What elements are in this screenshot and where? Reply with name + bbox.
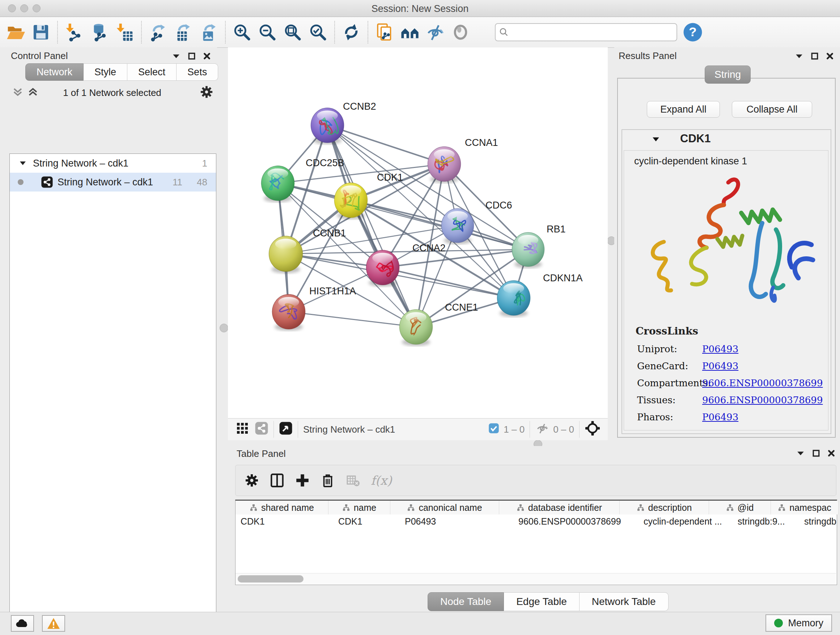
panel-menu-icon[interactable] (172, 53, 180, 59)
node-label-HIST1H1A: HIST1H1A (309, 286, 356, 296)
crosslink-row: GeneCard:P06493 (637, 361, 827, 371)
gene-collapse-triangle-icon[interactable] (652, 136, 660, 142)
table-horizontal-scrollbar[interactable] (235, 573, 836, 584)
tab-network-table[interactable]: Network Table (579, 592, 668, 611)
column-header-canonical-name[interactable]: canonical name (390, 501, 499, 515)
export-image-icon[interactable] (198, 22, 219, 43)
tab-string[interactable]: String (705, 65, 751, 84)
zoom-in-icon[interactable] (232, 22, 253, 43)
network-node-CDKN1A[interactable]: CDKN1A (497, 272, 583, 317)
search-input[interactable] (512, 27, 669, 38)
network-row[interactable]: String Network – cdk1 11 48 (10, 173, 216, 192)
svg-text:?: ? (689, 25, 697, 39)
expand-all-networks-icon[interactable] (27, 87, 38, 99)
tab-network[interactable]: Network (25, 63, 84, 81)
birds-eye-view-icon[interactable] (279, 421, 293, 438)
network-edge[interactable] (327, 125, 416, 327)
column-header--id[interactable]: @id (709, 501, 771, 515)
table-cell[interactable]: cyclin-dependent ... (638, 515, 733, 528)
cloud-button[interactable] (11, 615, 34, 632)
selected-checkbox-icon[interactable] (488, 423, 499, 436)
network-collection-row[interactable]: String Network – cdk1 1 (10, 154, 216, 173)
column-header-database-identifier[interactable]: database identifier (499, 501, 620, 515)
crosslink-link[interactable]: 9606.ENSP00000378699 (702, 394, 823, 405)
table-cell[interactable]: CDK1 (333, 515, 400, 528)
table-settings-gear-icon[interactable] (241, 470, 262, 491)
panel-float-icon[interactable] (811, 52, 818, 60)
column-header-shared-name[interactable]: shared name (235, 501, 328, 515)
export-network-icon[interactable] (148, 22, 169, 43)
panel-close-icon[interactable] (826, 52, 834, 60)
delete-column-icon[interactable] (317, 470, 338, 491)
collapse-all-networks-icon[interactable] (12, 87, 23, 99)
tab-node-table[interactable]: Node Table (428, 592, 504, 611)
network-view-icon[interactable] (255, 421, 268, 438)
node-table: shared namenamecanonical namedatabase id… (235, 500, 837, 585)
crosslink-link[interactable]: P06493 (702, 412, 738, 423)
first-neighbors-icon[interactable] (374, 22, 395, 43)
export-table-icon[interactable] (173, 22, 194, 43)
import-network-file-icon[interactable] (64, 22, 85, 43)
tab-select[interactable]: Select (127, 63, 177, 81)
network-edge[interactable] (289, 312, 416, 327)
network-node-RB1[interactable]: RB1 (512, 224, 565, 268)
table-cell[interactable]: stringdb (799, 515, 840, 528)
zoom-out-icon[interactable] (257, 22, 278, 43)
column-header-description[interactable]: description (620, 501, 709, 515)
hide-selected-icon[interactable] (425, 22, 446, 43)
memory-button[interactable]: Memory (766, 614, 832, 632)
crosslink-link[interactable]: 9606.ENSP00000378699 (702, 378, 823, 388)
column-header-name[interactable]: name (328, 501, 390, 515)
network-node-CCNA1[interactable]: CCNA1 (428, 137, 498, 183)
hidden-eye-slash-icon[interactable] (535, 421, 549, 438)
crosslink-link[interactable]: P06493 (702, 361, 738, 371)
help-icon[interactable]: ? (682, 22, 703, 43)
panel-float-icon[interactable] (813, 450, 820, 457)
node-label-CDC25B: CDC25B (306, 157, 344, 168)
zoom-fit-icon[interactable] (282, 22, 303, 43)
left-splitter-handle[interactable] (219, 324, 228, 333)
network-canvas[interactable]: CCNB2CCNA1CDC25BCDK1CDC6RB1CCNB1CCNA2CDK… (228, 48, 608, 418)
open-session-icon[interactable] (5, 22, 26, 43)
panel-float-icon[interactable] (188, 52, 195, 60)
panel-menu-icon[interactable] (797, 450, 805, 456)
network-node-HIST1H1A[interactable]: HIST1H1A (272, 286, 356, 331)
grayed-eye-icon (450, 22, 471, 43)
fit-selected-crosshair-icon[interactable] (584, 420, 600, 439)
network-node-CCNE1[interactable]: CCNE1 (399, 302, 478, 346)
panel-close-icon[interactable] (203, 52, 210, 60)
panel-menu-icon[interactable] (795, 53, 803, 59)
tab-edge-table[interactable]: Edge Table (504, 592, 579, 611)
table-panel-title: Table Panel (237, 448, 286, 459)
table-cell[interactable]: CDK1 (235, 515, 333, 528)
panel-close-icon[interactable] (828, 450, 835, 457)
zoom-selected-icon[interactable] (308, 22, 328, 43)
import-network-database-icon[interactable] (89, 22, 110, 43)
show-hide-graphics-icon[interactable] (399, 22, 420, 43)
save-session-icon[interactable] (30, 22, 51, 43)
warning-button[interactable] (42, 615, 65, 632)
network-options-gear-icon[interactable] (200, 85, 213, 100)
show-columns-icon[interactable] (267, 470, 287, 491)
import-table-file-icon[interactable] (114, 22, 135, 43)
apply-layout-icon[interactable] (341, 22, 362, 43)
add-column-icon[interactable] (292, 470, 313, 491)
scrollbar-thumb[interactable] (238, 575, 303, 583)
grid-view-icon[interactable] (236, 422, 249, 437)
table-cell[interactable]: stringdb:9... (733, 515, 799, 528)
column-header-namespac[interactable]: namespac (771, 501, 838, 515)
search-field[interactable] (495, 23, 677, 41)
tab-style[interactable]: Style (84, 63, 127, 81)
crosslink-link[interactable]: P06493 (702, 344, 738, 355)
table-toolbar: f(x) (235, 465, 836, 496)
network-graph[interactable]: CCNB2CCNA1CDC25BCDK1CDC6RB1CCNB1CCNA2CDK… (228, 48, 608, 418)
toolbar-separator (368, 21, 368, 43)
expand-all-button[interactable]: Expand All (647, 101, 720, 118)
tab-sets[interactable]: Sets (177, 63, 218, 81)
collapse-all-button[interactable]: Collapse All (732, 101, 812, 118)
collapse-triangle-icon[interactable] (19, 160, 27, 166)
table-row[interactable]: CDK1CDK1P064939606.ENSP00000378699cyclin… (235, 515, 837, 528)
table-cell[interactable]: 9606.ENSP00000378699 (513, 515, 638, 528)
network-edge[interactable] (327, 125, 444, 164)
table-cell[interactable]: P06493 (400, 515, 513, 528)
